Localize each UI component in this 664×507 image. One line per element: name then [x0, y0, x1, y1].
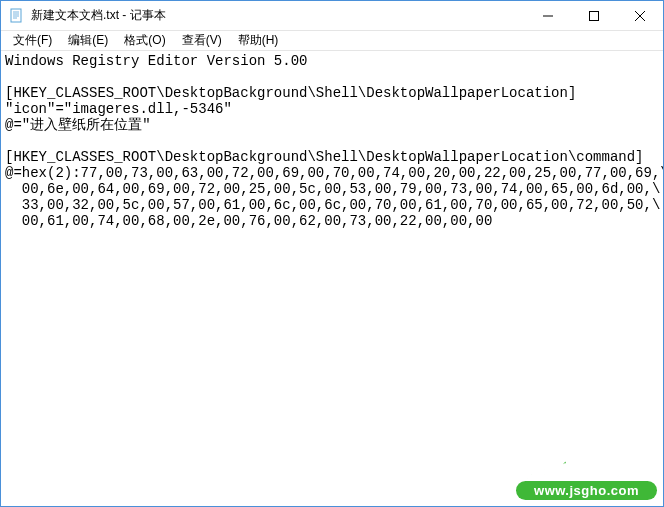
menu-file[interactable]: 文件(F) — [5, 31, 60, 50]
text-area[interactable]: Windows Registry Editor Version 5.00 [HK… — [1, 51, 663, 506]
window-title: 新建文本文档.txt - 记事本 — [31, 7, 525, 24]
svg-rect-0 — [11, 9, 21, 22]
maximize-button[interactable] — [571, 1, 617, 30]
menu-format[interactable]: 格式(O) — [116, 31, 173, 50]
svg-rect-6 — [590, 11, 599, 20]
minimize-button[interactable] — [525, 1, 571, 30]
window-controls — [525, 1, 663, 30]
menu-edit[interactable]: 编辑(E) — [60, 31, 116, 50]
menu-view[interactable]: 查看(V) — [174, 31, 230, 50]
notepad-icon — [9, 8, 25, 24]
close-button[interactable] — [617, 1, 663, 30]
menubar: 文件(F) 编辑(E) 格式(O) 查看(V) 帮助(H) — [1, 31, 663, 51]
menu-help[interactable]: 帮助(H) — [230, 31, 287, 50]
titlebar: 新建文本文档.txt - 记事本 — [1, 1, 663, 31]
